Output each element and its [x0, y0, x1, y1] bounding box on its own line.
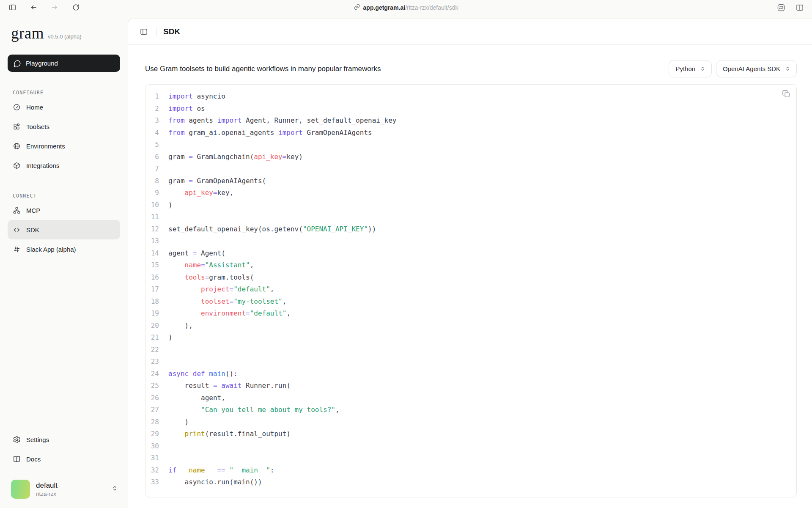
sidebar-item-label: Settings: [26, 436, 49, 443]
chevrons-up-down-icon: [700, 66, 706, 72]
url-host: app.getgram.ai: [363, 4, 406, 11]
line-number: 23: [145, 356, 159, 368]
line-number: 26: [145, 392, 159, 404]
sidebar-item-integrations[interactable]: Integrations: [8, 156, 120, 175]
project-avatar: [11, 480, 30, 499]
code-line: 15 name="Assistant",: [145, 259, 796, 272]
playground-button[interactable]: Playground: [8, 55, 120, 72]
language-dropdown[interactable]: Python: [669, 60, 712, 77]
code-line: 23: [145, 356, 796, 368]
environments-icon: [13, 142, 21, 150]
browser-bar: app.getgram.ai/ritza-rzx/default/sdk: [0, 0, 812, 15]
sidebar-item-label: MCP: [26, 207, 40, 214]
code-line: 21): [145, 332, 796, 344]
panel-sidebar-toggle-icon[interactable]: [138, 26, 149, 37]
code-line: 19 environment="default",: [145, 308, 796, 320]
code-line: 32if __name__ == "__main__":: [145, 464, 796, 477]
docs-icon: [13, 455, 21, 463]
code-line: 20 ),: [145, 320, 796, 332]
settings-icon: [13, 436, 21, 444]
sidebar-item-label: Toolsets: [26, 123, 49, 130]
line-number: 20: [145, 320, 159, 332]
integrations-icon: [13, 162, 21, 170]
code-line: 8gram = GramOpenAIAgents(: [145, 175, 796, 187]
project-name: default: [36, 481, 58, 490]
chat-bubble-icon: [14, 60, 21, 67]
line-number: 4: [145, 127, 159, 139]
copy-icon[interactable]: [782, 90, 790, 99]
sidebar-item-docs[interactable]: Docs: [8, 449, 120, 469]
sdk-icon: [13, 226, 21, 234]
line-number: 2: [145, 103, 159, 115]
code-line: 12set_default_openai_key(os.getenv("OPEN…: [145, 223, 796, 236]
sidebar-item-label: Environments: [26, 143, 65, 150]
line-number: 24: [145, 368, 159, 380]
line-number: 10: [145, 199, 159, 211]
refresh-icon[interactable]: [69, 2, 82, 13]
page-title: SDK: [163, 27, 180, 36]
line-number: 13: [145, 235, 159, 247]
code-line: 25 result = await Runner.run(: [145, 380, 796, 392]
code-lines: 1import asyncio2import os3from agents im…: [145, 91, 796, 489]
code-line: 26 agent,: [145, 392, 796, 404]
back-icon[interactable]: [27, 2, 40, 13]
sidebar-item-slack-app-alpha[interactable]: Slack App (alpha): [8, 239, 120, 259]
code-line: 29 print(result.final_output): [145, 428, 796, 440]
sidebar-item-sdk[interactable]: SDK: [8, 220, 120, 239]
header-divider: [156, 27, 156, 36]
code-line: 11: [145, 211, 796, 223]
url-path: /ritza-rzx/default/sdk: [405, 4, 458, 11]
line-number: 29: [145, 428, 159, 440]
line-number: 1: [145, 91, 159, 103]
browser-sidebar-toggle-icon[interactable]: [6, 2, 19, 13]
sidebar-item-label: Home: [26, 104, 43, 111]
address-bar[interactable]: app.getgram.ai/ritza-rzx/default/sdk: [354, 0, 458, 15]
line-number: 14: [145, 247, 159, 260]
chevrons-up-down-icon: [111, 485, 118, 494]
code-line: 30: [145, 440, 796, 453]
sidebar-item-mcp[interactable]: MCP: [8, 200, 120, 220]
sidebar-item-label: Docs: [26, 456, 41, 463]
reader-settings-icon[interactable]: [775, 2, 787, 13]
mcp-icon: [13, 206, 21, 214]
code-line: 22: [145, 344, 796, 356]
page-subtitle: Use Gram toolsets to build agentic workf…: [145, 65, 381, 73]
line-number: 6: [145, 151, 159, 163]
toolsets-icon: [13, 123, 21, 131]
line-number: 28: [145, 416, 159, 428]
code-line: 14agent = Agent(: [145, 247, 796, 260]
split-view-icon[interactable]: [793, 2, 806, 13]
panel-header: SDK: [128, 19, 812, 45]
line-number: 15: [145, 259, 159, 272]
code-line: 16 tools=gram.tools(: [145, 272, 796, 284]
sidebar-item-toolsets[interactable]: Toolsets: [8, 117, 120, 136]
line-number: 3: [145, 115, 159, 127]
main-panel: SDK Use Gram toolsets to build agentic w…: [128, 19, 812, 508]
line-number: 12: [145, 223, 159, 236]
line-number: 27: [145, 404, 159, 416]
forward-icon[interactable]: [48, 2, 61, 13]
code-block: 1import asyncio2import os3from agents im…: [145, 84, 797, 497]
sidebar-nav: CONFIGUREHomeToolsetsEnvironmentsIntegra…: [8, 72, 120, 259]
framework-dropdown[interactable]: OpenAI Agents SDK: [716, 60, 797, 77]
code-line: 1import asyncio: [145, 91, 796, 103]
code-line: 28 ): [145, 416, 796, 428]
code-line: 13: [145, 235, 796, 247]
sidebar-item-label: SDK: [26, 226, 39, 233]
project-switcher[interactable]: default ritza-rzx: [8, 480, 120, 500]
code-line: 10): [145, 199, 796, 211]
line-number: 31: [145, 452, 159, 464]
code-line: 5: [145, 139, 796, 151]
project-org: ritza-rzx: [36, 491, 58, 497]
nav-section-label: CONNECT: [13, 193, 120, 199]
line-number: 19: [145, 308, 159, 320]
sidebar-item-home[interactable]: Home: [8, 97, 120, 117]
line-number: 30: [145, 440, 159, 453]
sidebar-item-settings[interactable]: Settings: [8, 430, 120, 449]
sidebar-item-environments[interactable]: Environments: [8, 136, 120, 156]
home-icon: [13, 103, 21, 111]
line-number: 33: [145, 476, 159, 489]
line-number: 16: [145, 272, 159, 284]
chevrons-up-down-icon: [785, 66, 791, 72]
code-line: 9 api_key=key,: [145, 187, 796, 199]
